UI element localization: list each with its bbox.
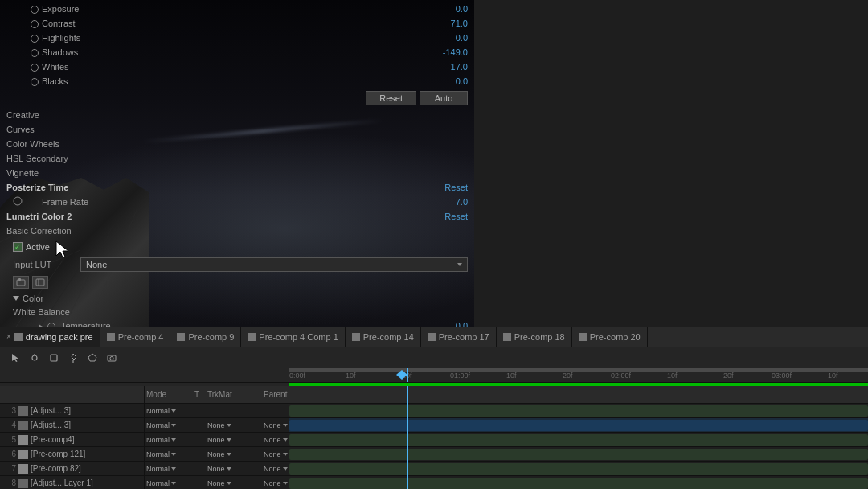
- tab-pre-comp-17[interactable]: Pre-comp 17: [421, 327, 497, 347]
- svg-rect-16: [51, 355, 57, 361]
- layer-row-3[interactable]: 3 [Adjust... 3]: [0, 404, 144, 418]
- mode-arrow-5: [171, 438, 176, 442]
- trkmat-select-4[interactable]: None: [207, 421, 264, 429]
- playhead-ruler-line: [407, 368, 408, 382]
- layer-row-4[interactable]: 4 [Adjust... 3]: [0, 418, 144, 433]
- track-row-6: [289, 447, 868, 462]
- track-row-4: [289, 418, 868, 433]
- mode-select-7[interactable]: Normal: [146, 465, 194, 473]
- parent-arrow-5: [283, 438, 288, 442]
- mode-select-3[interactable]: Normal: [146, 407, 194, 415]
- layer-icon-7: [18, 464, 28, 474]
- tab-drawing-pack[interactable]: × drawing pack pre: [0, 327, 100, 347]
- brush-tool-button[interactable]: [45, 350, 63, 366]
- track-row-3: [289, 404, 868, 418]
- pin-tool-button[interactable]: [64, 350, 82, 366]
- trkmat-select-6[interactable]: None: [207, 450, 264, 458]
- tab-pre-comp-4[interactable]: Pre-comp 4: [100, 327, 171, 347]
- tab-color-dot: [352, 333, 360, 341]
- parent-arrow-8: [283, 482, 288, 485]
- timeline-playhead-line: [407, 386, 408, 489]
- layer-row-8[interactable]: 8 [Adjust... Layer 1]: [0, 476, 144, 489]
- svg-point-14: [32, 355, 37, 360]
- tab-pre-comp-20[interactable]: Pre-comp 20: [572, 327, 648, 347]
- tab-pre-comp-4-comp-1[interactable]: Pre-comp 4 Comp 1: [241, 327, 345, 347]
- layer-list-header: [0, 386, 144, 404]
- selection-tool-button[interactable]: [6, 350, 24, 366]
- track-bar-4: [289, 420, 868, 431]
- tab-color-dot: [248, 333, 256, 341]
- time-10f-4: 10f: [828, 372, 838, 380]
- tab-pre-comp-18[interactable]: Pre-comp 18: [497, 327, 572, 347]
- pen-tool-button[interactable]: [26, 350, 43, 366]
- marker-tool-button[interactable]: [84, 350, 101, 366]
- trkmat-select-5[interactable]: None: [207, 436, 264, 444]
- time-03-00f: 03:00f: [772, 372, 792, 380]
- layer-row-5[interactable]: 5 [Pre-comp4]: [0, 433, 144, 447]
- tab-pre-comp-9[interactable]: Pre-comp 9: [170, 327, 241, 347]
- track-row-7: [289, 462, 868, 476]
- time-10f-1: 10f: [346, 372, 356, 380]
- layer-icon-5: [18, 435, 28, 445]
- playhead-indicator[interactable]: [396, 370, 407, 381]
- parent-select-7[interactable]: None: [264, 465, 289, 473]
- trkmat-select-7[interactable]: None: [207, 465, 264, 473]
- parent-select-6[interactable]: None: [264, 450, 289, 458]
- time-01-00f: 01:00f: [450, 372, 470, 380]
- layer-props-row-4: Normal None None: [145, 418, 289, 433]
- layer-icon-6: [18, 450, 28, 459]
- tab-pre-comp-14[interactable]: Pre-comp 14: [346, 327, 421, 347]
- layer-props: Mode T TrkMat Parent & Link Normal Norma…: [145, 386, 289, 489]
- parent-arrow-4: [283, 424, 288, 427]
- layer-props-row-5: Normal None None: [145, 433, 289, 447]
- tab-color-dot: [14, 333, 23, 341]
- mode-select-4[interactable]: Normal: [146, 421, 194, 429]
- trkmat-arrow-5: [227, 438, 231, 442]
- mode-select-8[interactable]: Normal: [146, 479, 194, 487]
- trkmat-arrow-6: [227, 453, 231, 456]
- svg-marker-7: [56, 241, 68, 257]
- layer-props-row-3: Normal: [145, 404, 289, 418]
- track-header: [289, 386, 868, 404]
- layer-row-6[interactable]: 6 [Pre-comp 121]: [0, 447, 144, 462]
- trkmat-select-8[interactable]: None: [207, 479, 264, 487]
- parent-select-4[interactable]: None: [264, 421, 289, 429]
- track-row-5: [289, 433, 868, 447]
- tab-close-icon[interactable]: ×: [6, 332, 11, 341]
- parent-arrow-7: [283, 467, 288, 471]
- parent-select-5[interactable]: None: [264, 436, 289, 444]
- layer-icon-8: [18, 479, 28, 488]
- mode-arrow-8: [171, 482, 176, 485]
- time-20f-3: 20f: [723, 372, 734, 380]
- trkmat-arrow-8: [227, 482, 231, 485]
- mode-dropdown-arrow-4: [171, 424, 176, 427]
- mode-select-6[interactable]: Normal: [146, 450, 194, 458]
- timeline-ruler-container: 0:00f 10f 20f 01:00f 10f 20f 02:00f 10f …: [0, 368, 868, 383]
- layer-row-7[interactable]: 7 [Pre-comp 82]: [0, 462, 144, 476]
- timeline-tracks[interactable]: [289, 386, 868, 489]
- parent-select-8[interactable]: None: [264, 479, 289, 487]
- time-10f-3: 10f: [667, 372, 678, 380]
- layer-icon-3: [18, 406, 28, 416]
- layer-list: 3 [Adjust... 3] 4 [Adjust... 3] 5 [Pre-c…: [0, 386, 145, 489]
- track-row-8: [289, 476, 868, 489]
- layers-tracks-area: 3 [Adjust... 3] 4 [Adjust... 3] 5 [Pre-c…: [0, 386, 868, 489]
- trkmat-arrow-7: [227, 467, 231, 471]
- track-bar-5: [289, 434, 868, 446]
- mode-dropdown-arrow: [171, 409, 176, 413]
- track-bar-3: [289, 405, 868, 417]
- timeline-toolbar: [0, 347, 868, 368]
- time-02-00f: 02:00f: [611, 372, 631, 380]
- tab-color-dot: [177, 333, 185, 341]
- svg-marker-18: [88, 354, 96, 361]
- layer-props-row-7: Normal None None: [145, 462, 289, 476]
- timeline-ruler[interactable]: 0:00f 10f 20f 01:00f 10f 20f 02:00f 10f …: [289, 368, 868, 383]
- timeline-panel: × drawing pack pre Pre-comp 4 Pre-comp 9…: [0, 327, 868, 489]
- svg-marker-13: [12, 354, 18, 362]
- layer-icon-4: [18, 421, 28, 430]
- track-bar-6: [289, 449, 868, 460]
- svg-point-20: [110, 356, 113, 360]
- mode-select-5[interactable]: Normal: [146, 436, 194, 444]
- camera-tool-button[interactable]: [103, 350, 121, 366]
- track-bar-7: [289, 463, 868, 475]
